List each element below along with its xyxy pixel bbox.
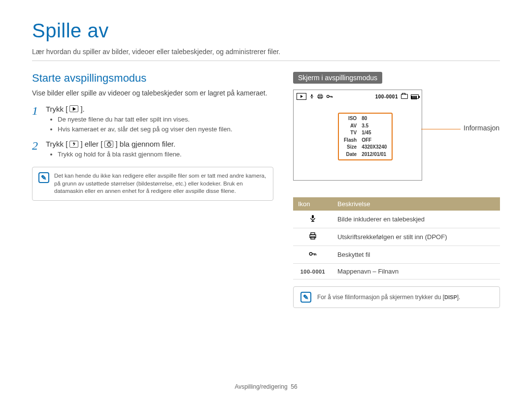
info-panel: ISO80 AV3.5 TV1/45 FlashOFF Size4320X324…: [338, 113, 393, 160]
step-number: 1: [32, 105, 41, 135]
info-v-iso: 80: [360, 116, 389, 122]
step2-sub: Trykk og hold for å bla raskt gjennom fi…: [58, 150, 273, 159]
step1-after: ].: [80, 105, 84, 113]
flash-icon: [69, 141, 78, 148]
screen-badge: Skjerm i avspillingsmodus: [293, 72, 382, 84]
info-v-flash: OFF: [360, 137, 389, 144]
th-icon: Ikon: [293, 197, 332, 211]
svg-marker-1: [73, 142, 76, 146]
svg-point-21: [309, 252, 312, 255]
step2-before: Trykk [: [46, 140, 67, 148]
callout-label: Informasjon: [464, 124, 499, 132]
info-k-date: Date: [342, 152, 359, 158]
step-2: 2 Trykk [ ] eller [ ] bla gjennom filer.…: [32, 140, 273, 160]
camera-screen: 100-0001 ISO80 AV3.5 TV1/45 FlashOFF Siz…: [293, 90, 422, 181]
printer-icon: [317, 94, 323, 99]
info-k-flash: Flash: [342, 137, 359, 144]
footer-section: Avspilling/redigering: [234, 383, 287, 390]
svg-point-11: [327, 95, 329, 98]
info-k-av: AV: [342, 123, 359, 129]
play-indicator-icon: [297, 93, 306, 100]
svg-rect-15: [312, 215, 314, 218]
right-column: Skjerm i avspillingsmodus 100-0001 ISO80: [293, 72, 500, 308]
file-number-icon: 100-0001: [293, 264, 332, 279]
step-1: 1 Trykk [ ]. De nyeste filene du har tat…: [32, 105, 273, 135]
info-k-tv: TV: [342, 130, 359, 136]
page-title: Spille av: [32, 20, 500, 42]
step1-before: Trykk [: [46, 105, 67, 113]
timer-icon: [104, 141, 113, 148]
step2-mid: ] eller [: [80, 140, 102, 148]
tip-after: ].: [457, 294, 461, 301]
info-v-tv: 1/45: [360, 130, 389, 136]
row-desc: Beskyttet fil: [332, 246, 500, 264]
folder-icon: [401, 94, 408, 99]
table-row: Bilde inkluderer en talebeskjed: [293, 211, 500, 228]
svg-rect-5: [311, 94, 313, 96]
play-button-icon: [69, 105, 78, 112]
step2-after: ] bla gjennom filer.: [115, 140, 175, 148]
left-column: Starte avspillingsmodus Vise bilder elle…: [32, 72, 273, 308]
disp-button-label: DISP: [444, 294, 457, 300]
table-row: Beskyttet fil: [293, 246, 500, 264]
page-footer: Avspilling/redigering 56: [0, 383, 532, 390]
table-row: Utskriftsrekkefølgen er stilt inn (DPOF): [293, 228, 500, 246]
row-desc: Mappenavn – Filnavn: [332, 264, 500, 279]
icon-description-table: Ikon Beskrivelse Bilde inkluderer en tal…: [293, 197, 500, 279]
step-number: 2: [32, 140, 41, 160]
step1-bullet-1: De nyeste filene du har tatt eller spilt…: [58, 115, 273, 124]
battery-icon: [411, 94, 419, 99]
note-box: ✎ Det kan hende du ikke kan redigere ell…: [32, 167, 273, 201]
page-subtitle: Lær hvordan du spiller av bilder, videoe…: [32, 48, 500, 61]
note-icon: ✎: [38, 172, 49, 183]
mic-icon: [309, 94, 314, 99]
key-icon: [326, 94, 333, 98]
tip-icon: ✎: [300, 292, 311, 303]
printer-icon: [309, 232, 317, 240]
mic-icon: [309, 215, 317, 222]
section-body: Vise bilder eller spille av videoer og t…: [32, 89, 273, 98]
row-desc: Utskriftsrekkefølgen er stilt inn (DPOF): [332, 228, 500, 246]
section-title: Starte avspillingsmodus: [32, 72, 273, 85]
th-desc: Beskrivelse: [332, 197, 500, 211]
row-desc: Bilde inkluderer en talebeskjed: [332, 211, 500, 228]
callout-line: [421, 129, 461, 129]
info-v-av: 3.5: [360, 123, 389, 129]
info-v-size: 4320X3240: [360, 144, 389, 151]
footer-page-number: 56: [291, 383, 297, 390]
file-number-indicator: 100-0001: [375, 94, 398, 99]
camera-screen-area: 100-0001 ISO80 AV3.5 TV1/45 FlashOFF Siz…: [293, 90, 466, 181]
camera-top-bar: 100-0001: [297, 93, 419, 100]
svg-marker-0: [73, 107, 76, 111]
key-icon: [309, 250, 317, 258]
tip-before: For å vise filinformasjon på skjermen tr…: [317, 294, 444, 301]
table-row: 100-0001 Mappenavn – Filnavn: [293, 264, 500, 279]
info-v-date: 2012/01/01: [360, 152, 389, 158]
info-k-iso: ISO: [342, 116, 359, 122]
step1-bullet-2: Hvis kameraet er av, slår det seg på og …: [58, 125, 273, 134]
svg-point-2: [107, 143, 111, 146]
info-k-size: Size: [342, 144, 359, 151]
note-text: Det kan hende du ikke kan redigere eller…: [54, 172, 267, 195]
tip-box: ✎ For å vise filinformasjon på skjermen …: [293, 286, 500, 308]
